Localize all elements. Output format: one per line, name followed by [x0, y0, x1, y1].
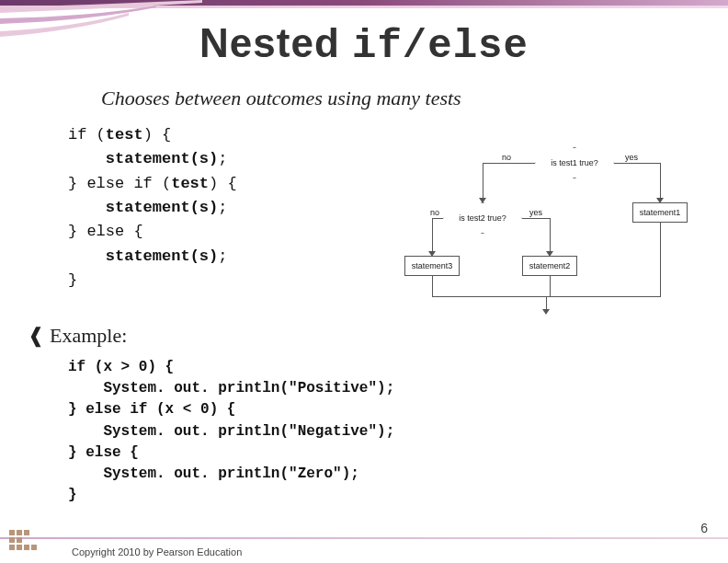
fc-d1-text: is test1 true?: [551, 158, 598, 167]
ct-l1c: ) {: [143, 126, 172, 144]
page-number: 6: [700, 521, 708, 535]
fc-yes-2: yes: [529, 208, 542, 217]
footer-logo: [9, 530, 55, 556]
copyright: Copyright 2010 by Pearson Education: [72, 546, 242, 557]
fc-d2-text: is test2 true?: [459, 213, 506, 223]
fc-diamond-test1: is test1 true?: [535, 147, 614, 178]
example-code-block: if (x > 0) { System. out. println("Posit…: [68, 357, 394, 506]
ct-l6a: [68, 247, 106, 265]
footer-line: [0, 537, 728, 539]
fc-statement1: statement1: [632, 202, 688, 223]
example-label-text: Example:: [50, 324, 127, 347]
title-text2: if/else: [352, 23, 529, 69]
slide-title: Nested if/else: [0, 20, 728, 69]
fc-statement2: statement2: [522, 256, 577, 276]
flowchart: is test1 true? no yes is test2 true? no …: [441, 147, 708, 320]
bullet-icon: ❰: [28, 324, 44, 347]
ct-l4a: [68, 199, 106, 216]
ct-l2b: statement(s): [106, 150, 218, 167]
ct-l5: } else {: [68, 223, 143, 240]
fc-s2-text: statement2: [529, 261, 571, 270]
ct-l4c: ;: [218, 199, 227, 216]
ct-l2a: [68, 150, 106, 167]
fc-diamond-test2: is test2 true?: [443, 202, 522, 234]
fc-statement3: statement3: [404, 256, 460, 276]
ct-l4b: statement(s): [106, 199, 218, 216]
ct-l7: }: [68, 271, 77, 289]
ct-l1b: test: [106, 126, 143, 144]
ct-l3c: ) {: [209, 175, 237, 192]
example-label: ❰Example:: [28, 324, 127, 348]
fc-yes-1: yes: [625, 153, 638, 162]
ct-l3b: test: [171, 175, 209, 192]
ct-l6b: statement(s): [106, 247, 218, 265]
title-text1: Nested: [199, 20, 352, 65]
code-template-block: if (test) { statement(s); } else if (tes…: [68, 123, 237, 293]
fc-no-2: no: [430, 208, 439, 217]
fc-s1-text: statement1: [640, 208, 681, 217]
subtitle: Chooses between outcomes using many test…: [101, 86, 461, 110]
ct-l2c: ;: [218, 150, 227, 167]
ct-l3a: } else if (: [68, 175, 171, 192]
fc-no-1: no: [502, 153, 511, 162]
fc-s3-text: statement3: [412, 261, 453, 270]
ct-l6c: ;: [218, 247, 227, 265]
ct-l1a: if (: [68, 126, 106, 144]
